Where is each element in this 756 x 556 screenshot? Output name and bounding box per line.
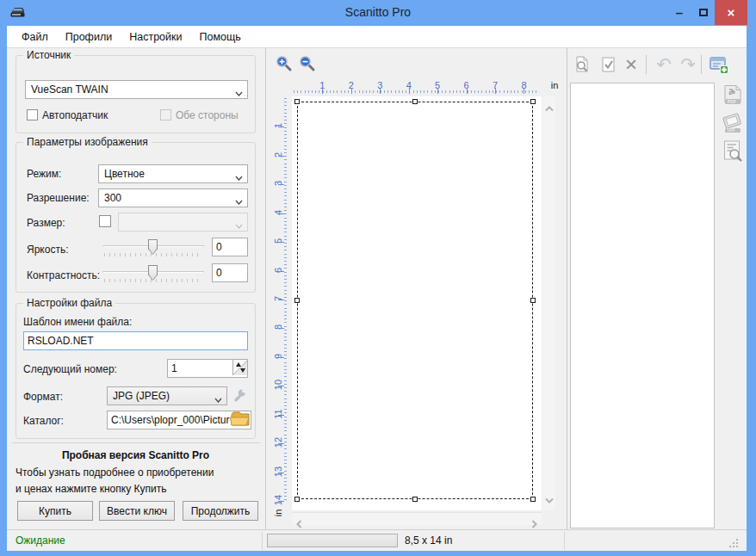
trial-separator: [12, 442, 260, 443]
buy-button[interactable]: Купить: [17, 501, 93, 521]
menu-file[interactable]: Файл: [14, 28, 56, 46]
pages-toolbar: × ↶ ↷: [567, 52, 747, 77]
size-select: [118, 213, 248, 232]
scan-selection-rect[interactable]: [297, 102, 533, 499]
selection-handle-ne[interactable]: [530, 99, 536, 104]
resolution-value: 300: [104, 192, 121, 204]
trial-heading: Пробная версия Scanitto Pro: [7, 449, 264, 461]
resolution-label: Разрешение:: [27, 192, 90, 204]
selection-handle-se[interactable]: [530, 497, 536, 502]
continue-button[interactable]: Продолжить: [183, 501, 258, 521]
ruler-number: 5: [273, 232, 283, 250]
format-select[interactable]: JPG (JPEG): [107, 386, 227, 405]
close-button[interactable]: ×: [715, 0, 747, 25]
image-params-group: Параметры изображения Режим: Цветное Раз…: [15, 142, 256, 293]
add-page-icon[interactable]: [708, 53, 730, 76]
spinner-down-icon[interactable]: [240, 368, 245, 373]
ruler-number: 12: [273, 434, 283, 451]
delete-page-icon: ×: [620, 53, 642, 76]
ruler-number: 4: [273, 204, 283, 221]
scanned-pages-list[interactable]: [570, 83, 715, 528]
vertical-scrollbar[interactable]: [542, 96, 555, 510]
format-settings-wrench-icon[interactable]: [232, 386, 250, 408]
scroll-down-icon[interactable]: [545, 491, 554, 507]
resolution-select[interactable]: 300: [98, 188, 248, 207]
slider-ticks: [104, 279, 202, 282]
trial-text-line1: Чтобы узнать подробнее о приобретении: [15, 466, 214, 479]
spinner-up-icon[interactable]: [236, 362, 241, 367]
filename-template-label: Шаблон имени файла:: [23, 316, 132, 328]
main-area: Источник VueScan TWAIN Автоподатчик Обе …: [7, 47, 747, 529]
page-size-text: 8,5 x 14 in: [405, 534, 452, 547]
ruler-unit-label: in: [546, 80, 563, 90]
folder-label: Каталог:: [23, 415, 64, 427]
brightness-slider[interactable]: [102, 238, 204, 257]
brightness-label: Яркость:: [27, 244, 68, 256]
ruler-unit-label: in: [273, 504, 283, 522]
zoom-out-icon[interactable]: [299, 55, 316, 72]
selection-handle-n[interactable]: [412, 99, 418, 104]
scanner-device-select[interactable]: VueScan TWAIN: [25, 80, 248, 99]
selection-handle-w[interactable]: [294, 298, 300, 303]
ruler-ticks: [284, 98, 287, 501]
horizontal-ruler: 12345678in: [292, 80, 566, 95]
scanner-device-value: VueScan TWAIN: [31, 83, 108, 96]
chevron-down-icon: [235, 171, 243, 183]
contrast-slider[interactable]: [102, 264, 204, 283]
image-params-title: Параметры изображения: [23, 136, 152, 148]
selection-handle-s[interactable]: [412, 497, 418, 502]
next-number-field: [167, 359, 248, 378]
size-checkbox[interactable]: [99, 215, 111, 227]
ruler-number: 1: [273, 117, 283, 134]
minimize-button[interactable]: –: [668, 0, 691, 25]
filename-template-input[interactable]: [23, 331, 248, 350]
ruler-number: 13: [273, 463, 283, 480]
number-spinner[interactable]: [232, 360, 247, 375]
contrast-value-input[interactable]: [212, 263, 248, 282]
toolbar-separator: [701, 55, 702, 74]
chevron-down-icon: [235, 219, 243, 232]
both-sides-label: Обе стороны: [176, 109, 239, 121]
vertical-ruler: 1234567891011121314in: [268, 96, 290, 518]
file-settings-title: Настройки файла: [23, 297, 115, 309]
autofeeder-checkbox[interactable]: [27, 109, 38, 120]
scan-preview-canvas[interactable]: [292, 96, 542, 510]
menu-help[interactable]: Помощь: [191, 28, 248, 46]
resize-grip[interactable]: [728, 537, 738, 547]
scan-progress-bar: [267, 534, 398, 547]
browse-folder-icon[interactable]: [229, 409, 251, 433]
format-label: Формат:: [23, 391, 63, 403]
mode-select[interactable]: Цветное: [98, 164, 248, 183]
file-settings-group: Настройки файла Шаблон имени файла: След…: [15, 303, 256, 439]
menu-settings[interactable]: Настройки: [121, 28, 189, 46]
zoom-in-icon[interactable]: [276, 55, 293, 72]
size-label: Размер:: [27, 217, 65, 229]
titlebar: Scanitto Pro – ×: [0, 0, 756, 26]
selection-handle-sw[interactable]: [294, 497, 300, 502]
selection-handle-nw[interactable]: [294, 99, 300, 104]
statusbar: Ожидание 8,5 x 14 in: [7, 529, 747, 551]
statusbar-divider: [564, 532, 565, 550]
chevron-down-icon: [235, 195, 243, 207]
horizontal-scrollbar[interactable]: [292, 512, 542, 525]
ruler-ticks: [294, 90, 539, 93]
ruler-number: 9: [273, 348, 283, 365]
select-page-icon: [598, 53, 620, 76]
brightness-value-input[interactable]: [212, 238, 248, 256]
slider-ticks: [104, 253, 202, 256]
preview-pane: 12345678in 1234567891011121314in: [266, 48, 566, 530]
ruler-number: 3: [273, 175, 283, 192]
selection-handle-e[interactable]: [530, 298, 536, 303]
maximize-button[interactable]: [692, 0, 715, 25]
pages-pane: × ↶ ↷ PDF TIFF: [567, 48, 747, 530]
redo-icon: ↷: [677, 53, 699, 76]
maximize-icon: [699, 9, 708, 16]
ruler-number: 6: [273, 262, 283, 279]
ruler-number: 7: [273, 290, 283, 307]
enter-key-button[interactable]: Ввести ключ: [99, 501, 175, 521]
format-value: JPG (JPEG): [113, 390, 170, 402]
mode-value: Цветное: [104, 168, 145, 180]
save-pdf-icon: PDF: [722, 84, 744, 108]
menu-profiles[interactable]: Профили: [58, 28, 120, 46]
scroll-up-icon[interactable]: [545, 100, 554, 115]
